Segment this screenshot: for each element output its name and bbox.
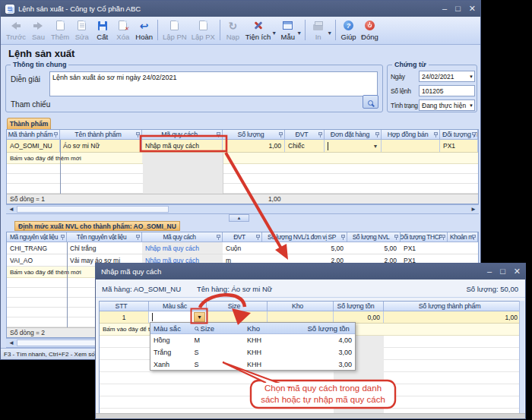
toolbar-button-lap-pn[interactable]: Lập PN [160,19,189,42]
column-header[interactable]: Đối tượng THCP [440,130,478,139]
cell[interactable]: M [192,334,244,346]
column-header[interactable]: Màu sắc [149,302,207,311]
scroll-left-icon[interactable]: ◄ [8,206,14,213]
column-header[interactable]: Đối tượng THCP [401,232,448,242]
number-input[interactable]: 101205 [419,85,475,96]
cell[interactable]: ▼ [325,140,382,152]
toolbar-button-hoan[interactable]: ↩Hoàn [133,19,155,42]
toolbar-button-nap[interactable]: ↻Nạp [223,19,243,42]
tab-thanh-pham[interactable]: Thành phẩm [7,118,51,129]
cell[interactable]: 4,00 [304,334,355,346]
popup-vscrollbar[interactable] [519,301,524,415]
cell[interactable]: 5,00 [347,242,401,254]
cell[interactable] [207,311,268,323]
column-header[interactable]: Số lượng NVL/1 đơn vị SP [262,232,347,242]
column-header[interactable]: Khoản m [448,232,478,242]
toolbar-button-sua[interactable]: Sửa [71,19,92,42]
description-input[interactable]: Lệnh sản xuất áo sơ mi ngày 24/02/2021 [49,71,378,96]
toolbar-button-giup[interactable]: ?Giúp [338,19,359,42]
toolbar-button-lap-px[interactable]: Lập PX [189,19,217,42]
cell[interactable]: Xanh [150,358,192,371]
date-input[interactable]: 24/02/2021▼ [419,71,475,82]
cell[interactable]: 0,00 [334,311,384,323]
column-header[interactable]: Mã thành phẩm [7,130,60,139]
column-header[interactable]: ĐVT [285,130,325,139]
cell[interactable]: KHH [244,346,304,358]
cell[interactable]: S [192,346,244,358]
column-header[interactable]: STT [100,302,149,311]
chevron-down-icon[interactable]: ▼ [271,30,277,36]
cell[interactable]: ▼ [149,311,207,323]
column-header[interactable]: Size [207,302,268,311]
column-header[interactable]: Mã quy cách [142,130,223,139]
cell[interactable]: PX1 [401,242,448,254]
chevron-down-icon[interactable]: ▼ [327,30,332,36]
add-new-row[interactable]: Bấm vào đây để thêm mới [7,153,142,163]
cell[interactable]: KHH [244,358,304,371]
maximize-button[interactable]: □ [455,5,461,13]
collapse-section-button[interactable]: ▲ [229,214,249,222]
toolbar-button-xoa[interactable]: Xóa [112,19,133,42]
column-header[interactable]: Tên thành phẩm [60,130,142,139]
minimize-button[interactable]: – [442,5,447,13]
popup-close-button[interactable]: ✕ [514,267,521,276]
toolbar-button-truoc[interactable]: Trước [4,19,28,42]
popup-minimize-button[interactable]: – [487,267,492,276]
column-header[interactable]: Số lượng [223,130,285,139]
chevron-down-icon[interactable]: ▼ [371,141,380,150]
scroll-right-icon[interactable]: ► [470,206,477,213]
cell[interactable]: S [192,358,244,371]
close-button[interactable]: ✕ [469,5,476,13]
cell[interactable]: Chỉ trắng [67,242,142,254]
dropdown-column-header[interactable]: Số lượng tồn [304,323,355,333]
cell[interactable] [382,140,440,152]
toolbar-button-mau[interactable]: Mẫu [277,19,298,42]
dropdown-option-row[interactable]: TrắngSKHH3,00 [150,346,355,358]
cell[interactable]: AO_SOMI_NU [7,140,60,152]
cell[interactable] [448,242,478,254]
reference-lookup-button[interactable] [363,95,378,109]
toolbar-button-sau[interactable]: Sau [28,19,49,42]
cell[interactable]: Trắng [150,346,192,358]
dropdown-option-row[interactable]: XanhSKHH3,00 [150,358,355,371]
dropdown-column-header[interactable]: Kho [244,323,304,333]
cell[interactable]: Nhập mã quy cách [142,140,223,152]
dropdown-option-row[interactable]: HồngMKHH4,00 [150,334,355,346]
cell[interactable]: 3,00 [304,358,355,371]
column-header[interactable]: Hợp đồng bán [382,130,440,139]
cell[interactable]: Áo sơ mi Nữ [60,140,142,152]
column-header[interactable]: Kho [268,302,334,311]
cell[interactable]: Hồng [150,334,192,346]
column-header[interactable]: ĐVT [223,232,262,242]
cell[interactable]: CHI_TRANG [7,242,67,254]
dropdown-column-header[interactable]: Size [192,323,244,333]
dropdown-column-header[interactable]: Màu sắc [150,323,192,333]
column-header[interactable]: Tên nguyên vật liệu [67,232,142,242]
dropdown-button[interactable]: ▼ [194,312,205,322]
cell[interactable]: PX1 [440,140,478,152]
column-header[interactable]: Số lượng NVL [347,232,401,242]
toolbar-button-cat[interactable]: Cất [92,19,112,42]
cell[interactable]: VAI_AO [7,254,67,266]
toolbar-button-tien-ich[interactable]: Tiện ích [243,19,273,42]
column-header[interactable]: Mã nguyên vật liệu [7,232,67,242]
chevron-down-icon[interactable]: ▼ [296,30,302,36]
cell[interactable]: Nhập mã quy cách [142,242,223,254]
toolbar-button-in[interactable]: In [308,19,328,42]
column-header[interactable]: Số lượng tồn [334,302,384,311]
cell[interactable] [268,311,334,323]
column-header[interactable]: Mã quy cách [142,232,223,242]
scroll-left-icon[interactable]: ◄ [8,339,14,347]
cell[interactable]: 3,00 [304,346,355,358]
popup-hscrollbar[interactable] [96,413,525,418]
column-header[interactable]: Đơn đặt hàng [325,130,382,139]
toolbar-button-dong[interactable]: Đóng [359,19,381,42]
cell[interactable]: 1,00 [223,140,285,152]
popup-maximize-button[interactable]: □ [500,267,505,276]
status-select[interactable]: Đang thực hiện▼ [419,99,475,111]
cell[interactable]: Cuộn [223,242,262,254]
toolbar-button-them[interactable]: Thêm [49,19,71,42]
cell[interactable]: 1 [100,311,149,323]
products-hscrollbar[interactable]: ◄ ► [6,204,479,214]
cell[interactable]: 1,00 [384,311,521,323]
